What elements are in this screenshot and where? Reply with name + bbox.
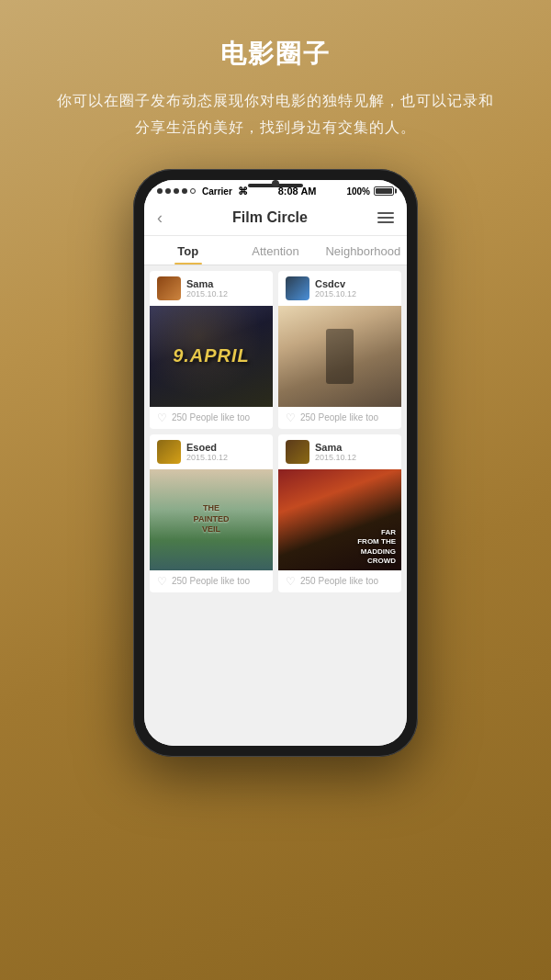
like-count-3: 250 People like too — [172, 576, 250, 586]
date-2: 2015.10.12 — [315, 289, 394, 299]
battery-fill — [376, 188, 392, 194]
user-info-3: Esoed 2015.10.12 — [186, 442, 265, 462]
status-left: Carrier ⌘ — [157, 186, 248, 197]
carrier-label: Carrier — [202, 186, 232, 197]
poster-far-text: FARFROM THEMADDINGCROWD — [352, 524, 401, 570]
status-bar: Carrier ⌘ 8:08 AM 100% — [144, 180, 407, 201]
date-4: 2015.10.12 — [315, 453, 394, 462]
post-footer-2: ♡ 250 People like too — [278, 407, 401, 429]
phone-screen: Carrier ⌘ 8:08 AM 100% ‹ Film Circle — [144, 180, 407, 746]
avatar-sama-1 — [157, 276, 181, 300]
post-grid: Sama 2015.10.12 9.APRIL ♡ 250 People lik… — [144, 265, 407, 598]
date-3: 2015.10.12 — [186, 453, 265, 462]
username-1: Sama — [186, 278, 265, 289]
signal-dot-4 — [182, 188, 187, 194]
status-time: 8:08 AM — [278, 186, 317, 197]
content-area: Sama 2015.10.12 9.APRIL ♡ 250 People lik… — [144, 265, 407, 746]
tab-neighborhood[interactable]: Neighborhood — [320, 236, 407, 265]
post-header-3: Esoed 2015.10.12 — [150, 434, 273, 469]
post-image-3: THEPAINTEDVEIL — [150, 469, 273, 570]
battery-icon — [374, 186, 394, 196]
signal-dot-2 — [165, 188, 171, 194]
post-image-1: 9.APRIL — [150, 306, 273, 407]
menu-button[interactable] — [377, 212, 394, 223]
tab-top[interactable]: Top — [144, 236, 231, 265]
menu-line-1 — [377, 212, 394, 214]
post-footer-3: ♡ 250 People like too — [150, 570, 273, 592]
avatar-sama-2 — [286, 440, 309, 464]
battery-percent: 100% — [346, 186, 370, 197]
date-1: 2015.10.12 — [186, 289, 265, 299]
page-title: Film Circle — [232, 209, 308, 226]
tab-bar: Top Attention Neighborhood — [144, 236, 407, 265]
post-image-4: FARFROM THEMADDINGCROWD — [278, 469, 401, 570]
user-info-1: Sama 2015.10.12 — [186, 278, 265, 299]
like-count-4: 250 People like too — [300, 576, 378, 586]
poster-painted-text: THEPAINTEDVEIL — [194, 503, 230, 535]
signal-dot-5 — [190, 188, 196, 194]
top-description: 你可以在圈子发布动态展现你对电影的独特见解，也可以记录和分享生活的美好，找到身边… — [55, 88, 496, 141]
post-footer-4: ♡ 250 People like too — [278, 570, 401, 592]
phone-device: Carrier ⌘ 8:08 AM 100% ‹ Film Circle — [133, 169, 418, 757]
top-section: 电影圈子 你可以在圈子发布动态展现你对电影的独特见解，也可以记录和分享生活的美好… — [0, 0, 551, 169]
avatar-csdcv — [286, 276, 309, 300]
poster-fantasy-figure — [326, 329, 354, 384]
menu-line-3 — [377, 221, 394, 223]
top-title: 电影圈子 — [55, 37, 496, 72]
post-header-2: Csdcv 2015.10.12 — [278, 271, 401, 306]
poster-painted-veil: THEPAINTEDVEIL — [150, 469, 273, 570]
wifi-icon: ⌘ — [238, 186, 248, 197]
post-image-2 — [278, 306, 401, 407]
status-right: 100% — [346, 186, 394, 197]
username-2: Csdcv — [315, 278, 394, 289]
user-info-2: Csdcv 2015.10.12 — [315, 278, 394, 299]
heart-icon-4[interactable]: ♡ — [286, 575, 296, 588]
tab-attention[interactable]: Attention — [231, 236, 319, 265]
heart-icon-1[interactable]: ♡ — [157, 411, 167, 424]
like-count-1: 250 People like too — [172, 412, 250, 422]
signal-dot-1 — [157, 188, 163, 194]
user-info-4: Sama 2015.10.12 — [315, 442, 394, 462]
back-button[interactable]: ‹ — [157, 208, 163, 228]
heart-icon-3[interactable]: ♡ — [157, 575, 167, 588]
avatar-esoed — [157, 440, 181, 464]
poster-fantasy — [278, 306, 401, 407]
poster-9april: 9.APRIL — [150, 306, 273, 407]
username-3: Esoed — [186, 442, 265, 453]
post-header-1: Sama 2015.10.12 — [150, 271, 273, 306]
post-card-1[interactable]: Sama 2015.10.12 9.APRIL ♡ 250 People lik… — [150, 271, 273, 429]
post-footer-1: ♡ 250 People like too — [150, 407, 273, 429]
poster-9april-text: 9.APRIL — [173, 345, 250, 366]
username-4: Sama — [315, 442, 394, 453]
heart-icon-2[interactable]: ♡ — [286, 411, 296, 424]
menu-line-2 — [377, 217, 394, 219]
navigation-bar: ‹ Film Circle — [144, 201, 407, 236]
signal-dot-3 — [174, 188, 179, 194]
poster-far-crowd: FARFROM THEMADDINGCROWD — [278, 469, 401, 570]
post-card-2[interactable]: Csdcv 2015.10.12 ♡ 250 People like too — [278, 271, 401, 429]
like-count-2: 250 People like too — [300, 412, 378, 422]
post-card-3[interactable]: Esoed 2015.10.12 THEPAINTEDVEIL ♡ 250 Pe… — [150, 434, 273, 592]
post-card-4[interactable]: Sama 2015.10.12 FARFROM THEMADDINGCROWD … — [278, 434, 401, 592]
post-header-4: Sama 2015.10.12 — [278, 434, 401, 469]
